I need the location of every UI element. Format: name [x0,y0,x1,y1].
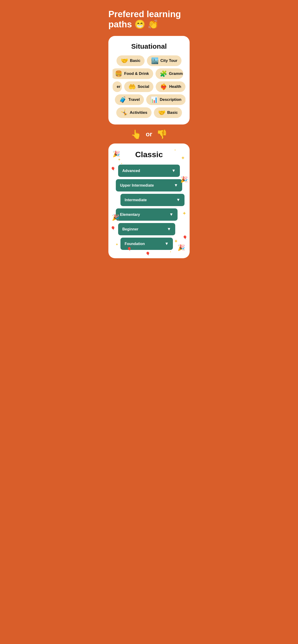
chevron-down-icon-intermediate: ▼ [176,198,180,202]
chip-label-grammar-cont: er [117,84,120,89]
chip-icon-city-tour: 🏙️ [151,58,159,64]
chip-row-3: er 🤲 Social ❤️‍🔥 Health [113,81,185,92]
thumb-up-icon: 👆 [131,129,142,139]
chip-label-social: Social [138,84,149,89]
chip-label-basic-2: Basic [167,110,178,115]
chip-icon-social: 🤲 [128,84,136,90]
chevron-down-icon-foundation: ▼ [165,241,169,246]
level-foundation[interactable]: Foundation ▼ [120,238,173,250]
chip-label-city-tour: City Tour [160,58,177,63]
emoji-clap: 👏 [148,20,159,29]
chip-icon-food: 🍔 [115,71,122,77]
deco-dot-3: • [170,250,171,254]
chip-food-drink[interactable]: 🍔 Food & Drink [113,68,153,79]
level-upper-intermediate-label: Upper Intermediate [120,183,154,188]
chip-city-tour[interactable]: 🏙️ City Tour [147,56,181,66]
level-list: Advanced ▼ Upper Intermediate ▼ Intermed… [114,164,184,250]
chip-row-1: 🤝 Basic 🏙️ City Tour [113,56,185,66]
chip-row-4: 🧳 Travel 📊 Description [113,94,185,105]
chip-label-basic: Basic [130,58,140,63]
chip-description[interactable]: 📊 Description [146,94,185,105]
situational-grid: 🤝 Basic 🏙️ City Tour 🍔 Food & Drink 🧩 Gr… [113,56,185,118]
situational-title: Situational [113,42,185,50]
chip-icon-basic: 🤝 [121,58,128,64]
level-elementary[interactable]: Elementary ▼ [116,208,178,221]
chip-icon-activities: 🤸 [120,110,128,116]
level-advanced-label: Advanced [122,169,140,173]
chip-icon-description: 📊 [150,97,158,103]
or-text: or [146,130,152,138]
level-intermediate-label: Intermediate [125,198,147,202]
chevron-down-icon-beginner: ▼ [167,227,171,232]
chip-health[interactable]: ❤️‍🔥 Health [156,81,185,92]
level-beginner[interactable]: Beginner ▼ [118,223,175,235]
chip-basic-2[interactable]: 🤝 Basic [154,107,182,118]
or-section: 👆 or 👎 [108,129,190,139]
chip-icon-travel: 🧳 [119,97,127,103]
chip-icon-health: ❤️‍🔥 [160,84,167,90]
classic-card: 🎉 ✦ ✦ • 🎈 🎉 • 🎉 🎈 🎈 ✦ ✦ 🎈 ✦ • 🎈 🎉 Classi… [108,144,190,258]
chip-row-2: 🍔 Food & Drink 🧩 Gramm [113,68,184,79]
page-wrapper: Prefered learning paths 😁 👏 Situational … [104,0,194,268]
thumb-down-icon: 👎 [156,129,167,139]
level-upper-intermediate[interactable]: Upper Intermediate ▼ [116,179,182,192]
chip-label-description: Description [160,97,181,102]
chip-label-travel: Travel [128,97,140,102]
chip-grammar-cont[interactable]: er [113,81,122,92]
level-intermediate[interactable]: Intermediate ▼ [120,194,184,206]
chip-label-food: Food & Drink [124,72,149,76]
chip-icon-basic-2: 🤝 [158,110,165,116]
situational-card: Situational 🤝 Basic 🏙️ City Tour 🍔 Food … [108,36,190,124]
chip-grammar[interactable]: 🧩 Gramm [155,68,183,79]
chip-label-grammar: Gramm [169,72,183,76]
level-advanced[interactable]: Advanced ▼ [118,164,180,177]
deco-balloon-5: 🎈 [146,252,150,256]
chip-row-5: 🤸 Activities 🤝 Basic [113,107,185,118]
chevron-down-icon-advanced: ▼ [171,168,176,173]
chip-basic[interactable]: 🤝 Basic [117,56,145,66]
level-foundation-label: Foundation [125,242,145,246]
chevron-down-icon-upper: ▼ [174,183,178,188]
level-elementary-label: Elementary [120,212,140,217]
emoji-happy: 😁 [134,20,145,29]
classic-title: Classic [114,150,184,159]
chip-travel[interactable]: 🧳 Travel [115,94,144,105]
chevron-down-icon-elementary: ▼ [169,212,173,217]
level-beginner-label: Beginner [122,227,138,231]
chip-label-activities: Activities [130,110,147,115]
chip-label-health: Health [169,84,181,89]
chip-social[interactable]: 🤲 Social [124,81,153,92]
header: Prefered learning paths 😁 👏 [108,9,190,30]
chip-activities[interactable]: 🤸 Activities [116,107,152,118]
chip-icon-grammar: 🧩 [160,71,167,77]
page-title: Prefered learning paths 😁 👏 [108,9,190,30]
